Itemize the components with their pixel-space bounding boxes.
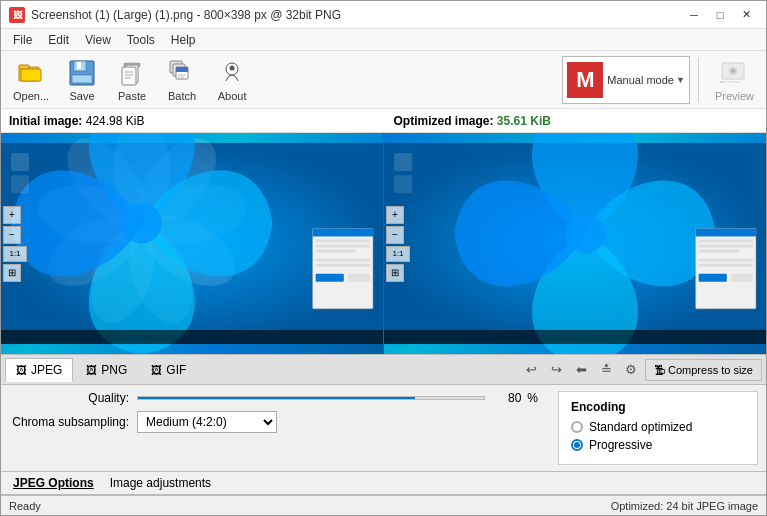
batch-label: Batch	[168, 90, 196, 102]
fit-button-right[interactable]: ⊞	[386, 264, 404, 282]
open-button[interactable]: Open...	[5, 54, 57, 106]
left-arrow-button[interactable]: ⬅	[570, 359, 592, 381]
svg-rect-46	[316, 264, 370, 267]
progressive-radio-dot	[574, 442, 580, 448]
tab-gif[interactable]: 🖼 GIF	[140, 358, 197, 382]
paste-icon	[116, 58, 148, 88]
batch-icon	[166, 58, 198, 88]
zoom-in-button-right[interactable]: +	[386, 206, 404, 224]
images-area: + − 1:1 ⊞	[1, 133, 766, 354]
svg-rect-43	[316, 245, 370, 248]
png-tab-icon: 🖼	[86, 364, 97, 376]
progressive-radio[interactable]	[571, 439, 583, 451]
redo-button[interactable]: ↪	[545, 359, 567, 381]
original-image-panel: + − 1:1 ⊞	[1, 133, 384, 354]
image-info-bar: Initial image: 424.98 KiB Optimized imag…	[1, 109, 766, 133]
svg-rect-41	[313, 228, 373, 236]
zoom-controls-right: + − 1:1 ⊞	[386, 206, 410, 282]
paste-button[interactable]: Paste	[107, 54, 157, 106]
compare-button[interactable]: ≛	[595, 359, 617, 381]
standard-radio[interactable]	[571, 421, 583, 433]
undo-button[interactable]: ↩	[520, 359, 542, 381]
svg-rect-24	[720, 81, 725, 83]
menu-edit[interactable]: Edit	[40, 31, 77, 49]
manual-mode-icon: M	[567, 62, 603, 98]
svg-point-50	[565, 213, 605, 253]
about-label: About	[218, 90, 247, 102]
gif-tab-icon: 🖼	[151, 364, 162, 376]
svg-rect-42	[316, 239, 370, 242]
batch-button[interactable]: Batch	[157, 54, 207, 106]
menu-help[interactable]: Help	[163, 31, 204, 49]
settings-button[interactable]: ⚙	[620, 359, 642, 381]
about-button[interactable]: About	[207, 54, 257, 106]
svg-rect-47	[316, 274, 344, 282]
svg-rect-45	[316, 259, 370, 262]
svg-rect-6	[72, 75, 92, 83]
menu-file[interactable]: File	[5, 31, 40, 49]
app-icon: 🖼	[9, 7, 25, 23]
bottom-tab-image-adjustments[interactable]: Image adjustments	[102, 474, 219, 492]
tab-png[interactable]: 🖼 PNG	[75, 358, 138, 382]
svg-rect-51	[384, 330, 766, 344]
menu-view[interactable]: View	[77, 31, 119, 49]
zoom-out-button-left[interactable]: −	[3, 226, 21, 244]
encoding-standard-row[interactable]: Standard optimized	[571, 420, 745, 434]
one-to-one-button-left[interactable]: 1:1	[3, 246, 27, 262]
minimize-button[interactable]: ─	[682, 6, 706, 24]
compress-label: Compress to size	[668, 364, 753, 376]
encoding-title: Encoding	[571, 400, 745, 414]
status-bar: Ready Optimized: 24 bit JPEG image	[1, 495, 766, 515]
quality-value: 80	[491, 391, 521, 405]
options-area: Quality: 80 % Chroma subsampling: Medium…	[1, 385, 766, 471]
toolbar-separator	[698, 58, 699, 102]
preview-button[interactable]: Preview	[707, 54, 762, 106]
bottom-tab-jpeg-options[interactable]: JPEG Options	[5, 474, 102, 492]
title-bar: 🖼 Screenshot (1) (Large) (1).png - 800×3…	[1, 1, 766, 29]
manual-mode-dropdown-icon: ▼	[676, 75, 685, 85]
image-info-left: Initial image: 424.98 KiB	[9, 114, 374, 128]
quality-slider[interactable]	[137, 396, 485, 400]
menu-tools[interactable]: Tools	[119, 31, 163, 49]
fit-button-left[interactable]: ⊞	[3, 264, 21, 282]
toolbar-right: M Manual mode ▼ Preview	[562, 54, 762, 106]
encoding-progressive-row[interactable]: Progressive	[571, 438, 745, 452]
manual-mode-button[interactable]: M Manual mode ▼	[562, 56, 690, 104]
tabs-right-controls: ↩ ↪ ⬅ ≛ ⚙ 🗜 Compress to size	[520, 359, 762, 381]
optimized-image-panel: + − 1:1 ⊞	[384, 133, 766, 354]
svg-point-20	[230, 65, 235, 70]
original-desktop-svg	[1, 133, 383, 354]
window-controls: ─ □ ✕	[682, 6, 758, 24]
close-button[interactable]: ✕	[734, 6, 758, 24]
svg-rect-55	[696, 228, 756, 236]
encoding-panel: Encoding Standard optimized Progressive	[558, 391, 758, 465]
manual-mode-label: Manual mode	[607, 74, 674, 86]
svg-point-36	[122, 203, 162, 243]
compress-icon: 🗜	[654, 364, 665, 376]
svg-rect-39	[11, 175, 29, 193]
gif-tab-label: GIF	[166, 363, 186, 377]
toolbar: Open... Save	[1, 51, 766, 109]
bottom-tabs-row: JPEG Options Image adjustments	[1, 471, 766, 495]
svg-rect-37	[1, 330, 383, 344]
status-right: Optimized: 24 bit JPEG image	[611, 500, 758, 512]
compress-to-size-button[interactable]: 🗜 Compress to size	[645, 359, 762, 381]
zoom-in-button-left[interactable]: +	[3, 206, 21, 224]
image-info-right: Optimized image: 35.61 KiB	[394, 114, 759, 128]
about-icon	[216, 58, 248, 88]
chroma-select[interactable]: Medium (4:2:0) High (4:4:4) Low (4:1:1)	[137, 411, 277, 433]
svg-rect-44	[316, 250, 356, 253]
zoom-out-button-right[interactable]: −	[386, 226, 404, 244]
open-icon	[15, 58, 47, 88]
quality-percent: %	[527, 391, 538, 405]
maximize-button[interactable]: □	[708, 6, 732, 24]
one-to-one-button-right[interactable]: 1:1	[386, 246, 410, 262]
tab-jpeg[interactable]: 🖼 JPEG	[5, 358, 73, 382]
svg-rect-9	[122, 67, 136, 85]
original-desktop-bg: + − 1:1 ⊞	[1, 133, 383, 354]
svg-rect-1	[19, 65, 29, 69]
save-button[interactable]: Save	[57, 54, 107, 106]
quality-label: Quality:	[9, 391, 129, 405]
svg-rect-61	[699, 274, 727, 282]
svg-rect-48	[348, 274, 370, 282]
